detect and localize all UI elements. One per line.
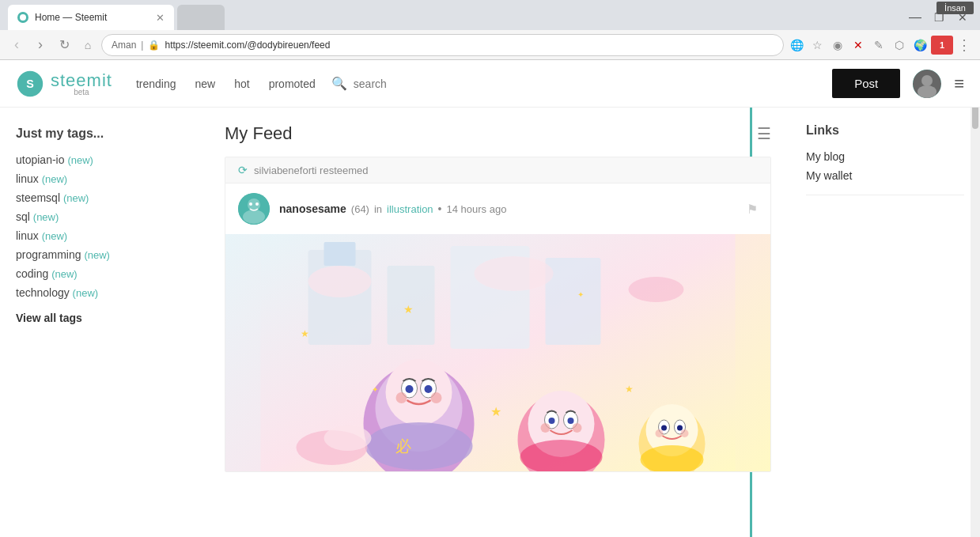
post-time: 14 hours ago [447, 203, 507, 215]
tag-new-badge: (new) [84, 249, 110, 261]
logo-area[interactable]: S steemit beta [16, 70, 112, 98]
search-icon: 🔍 [331, 76, 347, 91]
sidebar-divider [806, 195, 964, 195]
sidebar-left: Just my tags... utopian-io (new) linux (… [0, 108, 206, 537]
svg-point-55 [324, 425, 372, 451]
tag-item-steemsql[interactable]: steemsql (new) [16, 191, 190, 204]
tag-new-badge: (new) [67, 154, 93, 166]
tag-name: sql [16, 210, 30, 223]
svg-text:★: ★ [403, 303, 414, 316]
svg-text:S: S [26, 78, 34, 90]
post-info: nanosesame (64) in illustration • 14 hou… [279, 202, 737, 215]
tag-name: linux [16, 229, 39, 242]
tag-item-linux-1[interactable]: linux (new) [16, 172, 190, 185]
svg-rect-12 [324, 242, 356, 266]
user-avatar-nav[interactable] [913, 70, 941, 98]
steemit-logo-icon: S [16, 70, 44, 98]
my-blog-link[interactable]: My blog [806, 150, 964, 163]
extension-icon-x[interactable]: ✕ [849, 36, 868, 55]
extension-icon-1[interactable]: ◉ [828, 36, 847, 55]
bookmark-star-icon[interactable]: ☆ [808, 36, 827, 55]
hamburger-menu-icon[interactable]: ≡ [954, 74, 964, 94]
tag-item-linux-2[interactable]: linux (new) [16, 229, 190, 242]
svg-text:★: ★ [490, 405, 501, 418]
post-author-avatar[interactable] [238, 193, 270, 225]
svg-text:★: ★ [625, 384, 634, 395]
tab-close-button[interactable]: ✕ [156, 12, 165, 24]
post-flag-icon[interactable]: ⚑ [747, 202, 758, 217]
post-category[interactable]: illustration [387, 203, 433, 215]
svg-point-9 [255, 202, 259, 206]
svg-point-30 [431, 392, 442, 403]
nav-links: trending new hot promoted [136, 78, 316, 90]
navbar-right: Post ≡ [832, 69, 964, 98]
tag-new-badge: (new) [33, 211, 59, 223]
address-bar[interactable]: Aman | 🔒 [101, 34, 784, 56]
post-button[interactable]: Post [832, 69, 900, 98]
post-meta: nanosesame (64) in illustration • 14 hou… [225, 183, 770, 234]
tag-item-utopian-io[interactable]: utopian-io (new) [16, 153, 190, 166]
top-navbar: S steemit beta trending new hot promoted… [0, 60, 980, 108]
tag-item-programming[interactable]: programming (new) [16, 248, 190, 261]
tag-name: utopian-io [16, 153, 65, 166]
address-label: Aman [112, 40, 136, 51]
svg-rect-15 [546, 258, 601, 345]
active-tab[interactable]: Home — Steemit ✕ [8, 5, 174, 30]
tag-new-badge: (new) [51, 268, 78, 280]
tag-name: linux [16, 172, 39, 185]
nav-promoted[interactable]: promoted [269, 78, 316, 90]
tab-title: Home — Steemit [35, 12, 149, 23]
svg-point-16 [308, 266, 372, 297]
tag-new-badge: (new) [42, 173, 68, 185]
lock-icon: 🔒 [148, 40, 160, 51]
svg-point-47 [677, 425, 683, 431]
my-wallet-link[interactable]: My wallet [806, 169, 964, 182]
svg-point-40 [573, 423, 582, 433]
nav-forward-button[interactable]: › [30, 35, 51, 55]
svg-point-49 [681, 429, 689, 437]
chrome-menu-icon[interactable]: ⋮ [955, 36, 974, 55]
sidebar-title: Just my tags... [16, 127, 190, 141]
nav-hot[interactable]: hot [234, 78, 249, 90]
nav-home-button[interactable]: ⌂ [78, 35, 98, 55]
tag-item-technology[interactable]: technology (new) [16, 286, 190, 299]
extension-icon-edit[interactable]: ✎ [869, 36, 888, 55]
url-input[interactable] [165, 40, 774, 51]
nav-new[interactable]: new [195, 78, 216, 90]
browser-profile: İnsan [936, 2, 974, 14]
resteemed-bar: ⟳ silviabeneforti resteemed [225, 157, 770, 183]
svg-point-17 [475, 256, 554, 291]
search-input[interactable] [354, 78, 472, 90]
tag-name: technology [16, 286, 70, 299]
extension-icon-globe[interactable]: 🌍 [910, 36, 929, 55]
svg-point-29 [396, 392, 407, 403]
svg-point-7 [243, 210, 265, 224]
feed-header: My Feed ☰ [225, 123, 771, 144]
feed-area: My Feed ☰ ⟳ silviabeneforti resteemed [206, 108, 790, 537]
svg-point-4 [918, 85, 936, 98]
inactive-tab[interactable] [177, 5, 225, 30]
nav-refresh-button[interactable]: ↻ [54, 35, 74, 55]
post-author-name[interactable]: nanosesame [279, 202, 346, 215]
feed-menu-icon[interactable]: ☰ [757, 124, 771, 143]
nav-trending[interactable]: trending [136, 78, 176, 90]
svg-text:必: 必 [395, 437, 411, 455]
search-area: 🔍 [331, 76, 832, 91]
view-all-tags-link[interactable]: View all tags [16, 312, 190, 324]
sidebar-right: Links My blog My wallet [790, 108, 980, 537]
svg-point-18 [629, 277, 684, 302]
tag-item-sql[interactable]: sql (new) [16, 210, 190, 223]
post-image[interactable]: ★ ✦ ★ [225, 234, 770, 471]
tag-list: utopian-io (new) linux (new) steemsql (n… [16, 153, 190, 299]
sidebar-right-title: Links [806, 123, 964, 138]
translate-icon[interactable]: 🌐 [787, 36, 806, 55]
tag-name: programming [16, 248, 81, 261]
window-minimize-button[interactable]: — [904, 6, 926, 28]
vertical-scrollbar[interactable] [971, 78, 980, 537]
nav-back-button[interactable]: ‹ [6, 35, 27, 55]
svg-point-46 [661, 425, 667, 431]
extension-icon-badge[interactable]: 1 [931, 36, 953, 55]
tag-item-coding[interactable]: coding (new) [16, 267, 190, 280]
extension-icon-2[interactable]: ⬡ [890, 36, 909, 55]
svg-point-39 [541, 423, 551, 433]
